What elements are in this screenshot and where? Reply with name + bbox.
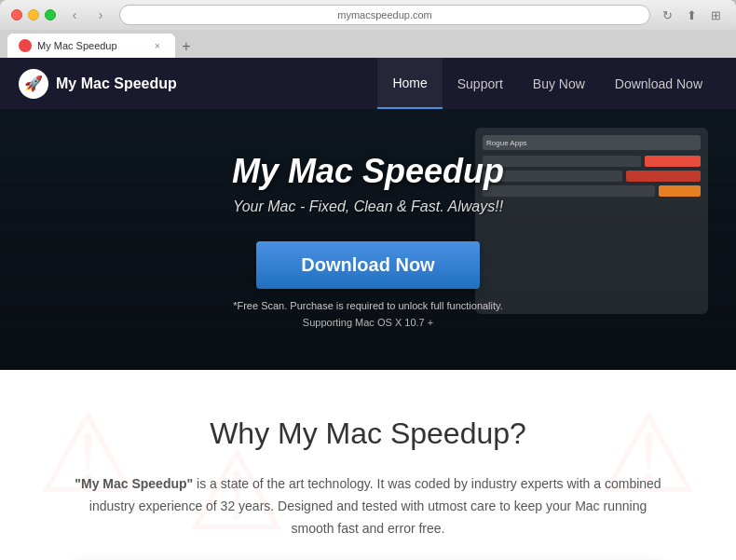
why-title: Why My Mac Speedup? xyxy=(75,417,661,451)
url-display: mymacspeedup.com xyxy=(337,9,432,20)
hero-title: My Mac Speedup xyxy=(232,152,504,191)
nav-support[interactable]: Support xyxy=(443,58,518,109)
site-navigation: 🚀 My Mac Speedup Home Support Buy Now Do… xyxy=(0,58,736,109)
new-tab-button[interactable]: + xyxy=(175,35,198,58)
back-button[interactable]: ‹ xyxy=(63,4,86,26)
why-description: "My Mac Speedup" is a state of the art t… xyxy=(75,473,661,540)
title-bar: ‹ › mymacspeedup.com ↻ ⬆ ⊞ xyxy=(0,0,736,30)
new-tab-icon[interactable]: ⊞ xyxy=(706,6,725,24)
forward-button[interactable]: › xyxy=(89,4,112,26)
browser-actions: ↻ ⬆ ⊞ xyxy=(658,6,725,24)
deco-header: Rogue Apps xyxy=(483,135,701,150)
logo-text: My Mac Speedup xyxy=(56,75,177,92)
why-brand-name: "My Mac Speedup" xyxy=(75,476,193,491)
deco-label-3 xyxy=(483,185,655,197)
tab-title-text: My Mac Speedup xyxy=(37,40,145,51)
hero-section: Rogue Apps My Mac Speedup Your Mac - Fix… xyxy=(0,109,736,370)
os-support-text: Supporting Mac OS X 10.7 + xyxy=(303,317,433,328)
browser-window: ‹ › mymacspeedup.com ↻ ⬆ ⊞ My Mac Speedu… xyxy=(0,0,736,58)
traffic-lights xyxy=(11,9,56,20)
logo-icon: 🚀 xyxy=(19,69,48,99)
nav-buy[interactable]: Buy Now xyxy=(518,58,600,109)
deco-bar-3 xyxy=(659,185,701,197)
deco-bar-1 xyxy=(645,156,701,167)
site-logo: 🚀 My Mac Speedup xyxy=(19,69,177,99)
free-scan-note: *Free Scan. Purchase is required to unlo… xyxy=(233,300,503,311)
minimize-button[interactable] xyxy=(28,9,39,20)
website-content: 🚀 My Mac Speedup Home Support Buy Now Do… xyxy=(0,58,736,560)
deco-label-1 xyxy=(483,156,641,167)
tab-close-button[interactable]: × xyxy=(151,39,164,52)
active-tab[interactable]: My Mac Speedup × xyxy=(7,34,175,58)
nav-download[interactable]: Download Now xyxy=(600,58,717,109)
hero-subtitle: Your Mac - Fixed, Clean & Fast. Always!! xyxy=(233,198,503,215)
nav-buttons: ‹ › xyxy=(63,4,112,26)
deco-row-1 xyxy=(483,156,701,167)
nav-home[interactable]: Home xyxy=(377,58,442,109)
deco-bar-2 xyxy=(626,171,701,182)
deco-row-2 xyxy=(483,171,701,182)
hero-decoration: Rogue Apps xyxy=(475,128,708,314)
tab-bar: My Mac Speedup × + xyxy=(0,30,736,58)
maximize-button[interactable] xyxy=(45,9,56,20)
deco-row-3 xyxy=(483,185,701,197)
logo-emoji: 🚀 xyxy=(24,75,43,92)
hero-download-button[interactable]: Download Now xyxy=(256,241,479,289)
why-section: ⚠ ⚠ ⚠ Why My Mac Speedup? "My Mac Speedu… xyxy=(0,370,736,560)
share-button[interactable]: ⬆ xyxy=(682,6,701,24)
address-bar[interactable]: mymacspeedup.com xyxy=(119,5,650,25)
hero-content: My Mac Speedup Your Mac - Fixed, Clean &… xyxy=(232,152,504,328)
close-button[interactable] xyxy=(11,9,22,20)
nav-links: Home Support Buy Now Download Now xyxy=(377,58,717,109)
tab-favicon xyxy=(19,39,32,52)
refresh-button[interactable]: ↻ xyxy=(658,6,676,24)
